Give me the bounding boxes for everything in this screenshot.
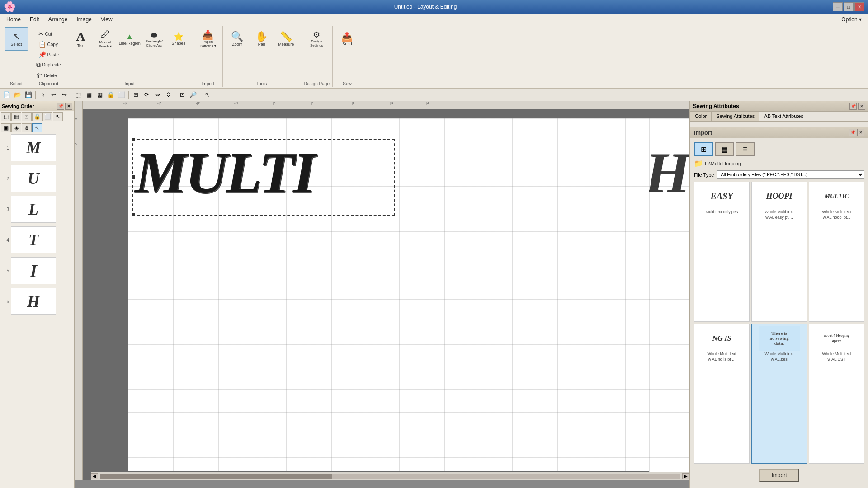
- menu-home[interactable]: Home: [2, 15, 25, 24]
- import-filetype-row: File Type All Embroidery Files (*.PEC,*.…: [694, 170, 864, 179]
- import-view-buttons: ⊞ ▦ ≡: [694, 142, 864, 156]
- cut-button[interactable]: ✂ Cut: [36, 29, 61, 39]
- pan-button[interactable]: ✋ Pan: [250, 27, 274, 51]
- duplicate-button[interactable]: ⧉ Duplicate: [34, 60, 63, 70]
- undo-button[interactable]: ↩: [48, 90, 58, 100]
- print-button[interactable]: 🖨: [38, 90, 47, 100]
- close-button[interactable]: ✕: [854, 2, 864, 11]
- panel-view-btn-2[interactable]: ▦: [11, 112, 21, 121]
- menu-image[interactable]: Image: [72, 15, 96, 24]
- canvas-scrollbar-h[interactable]: ◀ ▶: [91, 472, 689, 480]
- canvas-white-area[interactable]: MULTI: [128, 118, 649, 471]
- panel-arrow-btn[interactable]: ↖: [53, 112, 63, 121]
- import-panel-pin-button[interactable]: 📌: [849, 129, 856, 136]
- import-thumb-img-5: There isno sewingdata.: [759, 326, 800, 351]
- canvas-area[interactable]: -|4 -|3 -|2 -|1 |0 |1 |2 |3 |4 0 2: [75, 101, 689, 488]
- sew-attributes-header: Sewing Attributes 📌 ✕: [690, 101, 868, 112]
- paste-button[interactable]: 📌 Paste: [36, 50, 61, 60]
- panel-grp-btn-2[interactable]: ◈: [11, 123, 21, 132]
- copy-button[interactable]: 📋 Copy: [36, 39, 61, 49]
- rectangle-button[interactable]: ⬬ Rectangle/ Circle/Arc: [142, 27, 166, 51]
- import-thumb-6[interactable]: about 4 Hoopingapery Whole Multi textw A…: [809, 324, 864, 464]
- lock-button[interactable]: 🔒: [106, 90, 116, 100]
- shapes-icon: ⭐: [174, 33, 184, 41]
- sewing-item-1[interactable]: 1 M: [2, 134, 72, 161]
- panel-close-button[interactable]: ✕: [65, 103, 72, 110]
- text-button[interactable]: A Text: [69, 27, 93, 51]
- delete-button[interactable]: 🗑 Delete: [34, 70, 63, 80]
- import-thumb-label-4: Whole Multi textw AL ng is pt ...: [707, 352, 736, 362]
- sewing-item-6[interactable]: 6 H: [2, 288, 72, 315]
- maximize-button[interactable]: □: [844, 2, 854, 11]
- canvas-content[interactable]: MULTI H ◀ ▶: [83, 109, 689, 480]
- align-button[interactable]: ⊞: [131, 90, 141, 100]
- import-view-list-button[interactable]: ≡: [736, 142, 755, 156]
- square-button[interactable]: ⬜: [117, 90, 127, 100]
- zoom-select-button[interactable]: 🔎: [188, 90, 198, 100]
- open-button[interactable]: 📂: [13, 90, 23, 100]
- import-thumb-5[interactable]: There isno sewingdata. Whole Multi textw…: [751, 324, 807, 464]
- menu-view[interactable]: View: [96, 15, 117, 24]
- import-path-text: F:\Multi Hooping: [705, 161, 741, 166]
- import-thumb-3[interactable]: MULTIC Whole Multi textw AL hoopi pt...: [809, 182, 864, 322]
- sewing-item-3[interactable]: 3 L: [2, 196, 72, 223]
- panel-grp-btn-1[interactable]: ▣: [1, 123, 11, 132]
- panel-view-btn-3[interactable]: ⊡: [22, 112, 32, 121]
- redo-button[interactable]: ↪: [59, 90, 69, 100]
- new-button[interactable]: 📄: [2, 90, 12, 100]
- rectangle-icon: ⬬: [151, 31, 157, 39]
- panel-sel-btn[interactable]: ↖: [32, 123, 42, 132]
- panel-lock-btn[interactable]: 🔒: [32, 112, 42, 121]
- import-thumb-4[interactable]: NG IS Whole Multi textw AL ng is pt ...: [694, 324, 750, 464]
- flip-button[interactable]: ⇔: [152, 90, 162, 100]
- mirror-button[interactable]: ⇕: [163, 90, 173, 100]
- sewing-item-5[interactable]: 5 I: [2, 257, 72, 284]
- sew-attr-pin-button[interactable]: 📌: [849, 103, 857, 110]
- select-all-button[interactable]: ⬚: [73, 90, 83, 100]
- panel-view-btn-1[interactable]: ⬚: [1, 112, 11, 121]
- import-thumb-1[interactable]: EASY Multi text only.pes: [694, 182, 750, 322]
- scrollbar-track-h[interactable]: [100, 474, 680, 479]
- tab-color[interactable]: Color: [690, 112, 712, 121]
- scroll-right-button[interactable]: ▶: [682, 473, 689, 479]
- import-filetype-select[interactable]: All Embroidery Files (*.PEC,*.PES,*.DST.…: [717, 170, 864, 179]
- zoom-button[interactable]: 🔍 Zoom: [226, 27, 249, 51]
- import-patterns-button[interactable]: 📥 Import Patterns ▾: [196, 27, 220, 51]
- panel-sq-btn[interactable]: ⬜: [42, 112, 52, 121]
- scroll-left-button[interactable]: ◀: [91, 473, 98, 479]
- measure-button[interactable]: 📏 Measure: [274, 27, 298, 51]
- zoom-fit-button[interactable]: ⊡: [177, 90, 187, 100]
- import-folder-icon[interactable]: 📁: [694, 159, 703, 168]
- panel-pin-button[interactable]: 📌: [57, 103, 64, 110]
- import-action-button[interactable]: Import: [760, 469, 798, 482]
- minimize-button[interactable]: ─: [833, 2, 843, 11]
- tab-sewing-attributes[interactable]: Sewing Attributes: [712, 112, 760, 121]
- tab-text-attributes[interactable]: AB Text Attributes: [760, 112, 808, 121]
- menu-arrange[interactable]: Arrange: [44, 15, 72, 24]
- rotate-button[interactable]: ⟳: [142, 90, 151, 100]
- sew-attr-close-button[interactable]: ✕: [858, 103, 865, 110]
- sewing-item-preview-1: M: [11, 134, 56, 161]
- sewing-item-2[interactable]: 2 U: [2, 165, 72, 192]
- group-button[interactable]: ▦: [84, 90, 94, 100]
- panel-grp-btn-3[interactable]: ⊛: [22, 123, 32, 132]
- manual-punch-button[interactable]: 🖊 Manual Punch ▾: [94, 27, 117, 51]
- menu-edit[interactable]: Edit: [25, 15, 44, 24]
- design-settings-button[interactable]: ⚙ Design Settings: [305, 27, 328, 51]
- arrow-button[interactable]: ↖: [202, 90, 212, 100]
- send-button[interactable]: 📤 Send: [335, 27, 359, 51]
- shapes-button[interactable]: ⭐ Shapes: [167, 27, 190, 51]
- import-view-large-button[interactable]: ⊞: [694, 142, 713, 156]
- import-thumb-2[interactable]: HOOPI Whole Multi textw AL easy pt....: [751, 182, 807, 322]
- canvas-main-text: MULTI: [135, 139, 314, 206]
- select-button[interactable]: ↖ Select: [5, 27, 28, 51]
- import-view-medium-button[interactable]: ▦: [715, 142, 734, 156]
- import-panel-close-button[interactable]: ✕: [857, 129, 864, 136]
- menu-option[interactable]: Option ▾: [837, 15, 866, 24]
- scrollbar-thumb-h[interactable]: [100, 474, 332, 479]
- import-thumbnails-grid: EASY Multi text only.pes HOOPI Whole Mul…: [694, 182, 864, 464]
- save-button[interactable]: 💾: [24, 90, 33, 100]
- line-region-button[interactable]: ▲ Line/Region: [118, 27, 142, 51]
- ungroup-button[interactable]: ▩: [95, 90, 105, 100]
- sewing-item-4[interactable]: 4 T: [2, 226, 72, 253]
